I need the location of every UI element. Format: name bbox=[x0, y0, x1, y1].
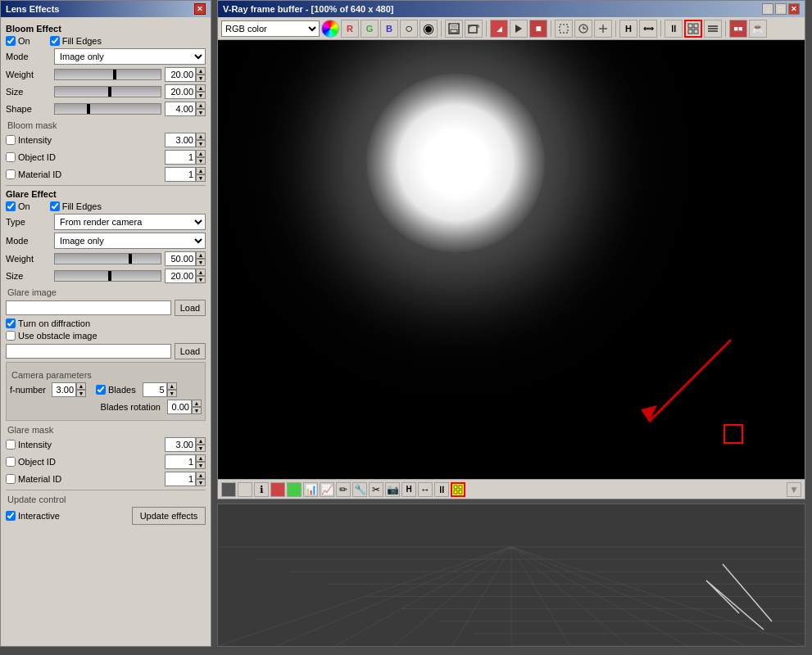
bloom-material-id-up[interactable]: ▲ bbox=[196, 167, 206, 174]
pause-button[interactable]: ⏸ bbox=[665, 20, 683, 38]
turn-on-diffraction-checkbox[interactable] bbox=[6, 318, 16, 328]
glare-size-slider[interactable] bbox=[54, 270, 161, 282]
color-correct-button[interactable]: ◢ bbox=[490, 20, 508, 38]
close-button[interactable]: ✕ bbox=[194, 3, 206, 15]
fnumber-input[interactable] bbox=[52, 382, 76, 397]
status-btn-12[interactable]: H bbox=[401, 482, 416, 497]
bloom-material-id-input[interactable] bbox=[165, 167, 196, 182]
stop-render-button[interactable]: ■■ bbox=[729, 20, 747, 38]
bloom-material-id-checkbox[interactable] bbox=[6, 169, 16, 179]
obstacle-load-button[interactable]: Load bbox=[175, 343, 206, 359]
blades-down[interactable]: ▼ bbox=[167, 390, 177, 397]
pan-button[interactable] bbox=[594, 20, 612, 38]
status-btn-11[interactable]: 📷 bbox=[385, 482, 400, 497]
glare-object-id-spin-up[interactable]: ▲ bbox=[196, 454, 206, 462]
blades-rotation-down[interactable]: ▼ bbox=[192, 407, 202, 414]
close-window-button[interactable]: ✕ bbox=[788, 3, 800, 15]
status-btn-1[interactable] bbox=[221, 482, 236, 497]
r-channel-button[interactable]: R bbox=[341, 20, 359, 38]
status-btn-8[interactable]: ✏ bbox=[336, 482, 351, 497]
highlighted-toolbar-button[interactable] bbox=[684, 20, 702, 38]
bloom-size-down[interactable]: ▼ bbox=[196, 92, 206, 99]
update-effects-button[interactable]: Update effects bbox=[132, 507, 206, 525]
status-highlighted-button[interactable] bbox=[451, 482, 465, 497]
status-btn-4[interactable] bbox=[270, 482, 285, 497]
turn-on-diffraction-label[interactable]: Turn on diffraction bbox=[6, 318, 90, 328]
sphere-button[interactable]: ○ bbox=[400, 20, 418, 38]
bloom-weight-slider[interactable] bbox=[54, 69, 161, 80]
interactive-label[interactable]: Interactive bbox=[6, 511, 60, 521]
bloom-intensity-down[interactable]: ▼ bbox=[196, 140, 206, 147]
layers-button[interactable] bbox=[704, 20, 722, 38]
bloom-size-slider[interactable] bbox=[54, 86, 161, 97]
status-btn-7[interactable]: 📈 bbox=[320, 482, 334, 497]
status-btn-3[interactable]: ℹ bbox=[254, 482, 269, 497]
blades-checkbox[interactable] bbox=[96, 385, 106, 395]
bloom-mode-select[interactable]: Image only Render only Image and Render bbox=[54, 48, 206, 65]
glare-material-id-spin-down[interactable]: ▼ bbox=[196, 479, 206, 486]
save-button[interactable] bbox=[445, 20, 463, 38]
g-channel-button[interactable]: G bbox=[361, 20, 379, 38]
status-btn-2[interactable] bbox=[238, 482, 252, 497]
status-btn-5[interactable] bbox=[287, 482, 302, 497]
circle-button[interactable]: ◉ bbox=[420, 20, 438, 38]
status-btn-10[interactable]: ✂ bbox=[369, 482, 383, 497]
glare-material-id-checkbox[interactable] bbox=[6, 474, 16, 484]
glare-fill-edges-checkbox[interactable] bbox=[50, 201, 60, 211]
bloom-size-up[interactable]: ▲ bbox=[196, 84, 206, 92]
fnumber-down[interactable]: ▼ bbox=[76, 390, 86, 397]
status-btn-14[interactable]: ⏸ bbox=[434, 482, 449, 497]
color-picker-button[interactable] bbox=[321, 20, 339, 38]
glare-weight-input[interactable] bbox=[165, 251, 196, 266]
bloom-fill-edges-label[interactable]: Fill Edges bbox=[50, 36, 102, 46]
bloom-intensity-up[interactable]: ▲ bbox=[196, 133, 206, 140]
blades-up[interactable]: ▲ bbox=[167, 382, 177, 390]
bloom-object-id-down[interactable]: ▼ bbox=[196, 157, 206, 165]
b-channel-button[interactable]: B bbox=[380, 20, 398, 38]
bloom-material-id-down[interactable]: ▼ bbox=[196, 174, 206, 182]
glare-weight-down[interactable]: ▼ bbox=[196, 259, 206, 266]
bloom-on-checkbox[interactable] bbox=[6, 36, 16, 46]
blades-label[interactable]: Blades bbox=[96, 385, 136, 395]
glare-weight-up[interactable]: ▲ bbox=[196, 251, 206, 259]
bloom-weight-down[interactable]: ▼ bbox=[196, 75, 206, 82]
glare-fill-edges-label[interactable]: Fill Edges bbox=[50, 201, 102, 211]
render-button[interactable] bbox=[510, 20, 528, 38]
bloom-object-id-input[interactable] bbox=[165, 150, 196, 165]
glare-intensity-label[interactable]: Intensity bbox=[6, 440, 79, 449]
bloom-shape-input[interactable] bbox=[165, 102, 196, 116]
glare-intensity-input[interactable] bbox=[165, 437, 196, 452]
glare-size-input[interactable] bbox=[165, 269, 196, 283]
glare-material-id-label[interactable]: Material ID bbox=[6, 474, 79, 484]
tea-button[interactable]: ☕ bbox=[749, 20, 767, 38]
bloom-intensity-label[interactable]: Intensity bbox=[6, 135, 79, 145]
bloom-intensity-input[interactable] bbox=[165, 133, 196, 147]
glare-material-id-input[interactable] bbox=[165, 472, 196, 486]
status-btn-6[interactable]: 📊 bbox=[303, 482, 318, 497]
status-btn-9[interactable]: 🔧 bbox=[352, 482, 367, 497]
glare-object-id-checkbox[interactable] bbox=[6, 457, 16, 467]
use-obstacle-image-label[interactable]: Use obstacle image bbox=[6, 331, 98, 341]
glare-object-id-input[interactable] bbox=[165, 454, 196, 469]
statusbar-arrow[interactable]: ▼ bbox=[787, 482, 801, 497]
glare-size-up[interactable]: ▲ bbox=[196, 269, 206, 276]
h-button[interactable]: H bbox=[619, 20, 637, 38]
open-button[interactable] bbox=[465, 20, 483, 38]
glare-load-button[interactable]: Load bbox=[175, 300, 206, 316]
bloom-intensity-checkbox[interactable] bbox=[6, 135, 16, 145]
glare-material-id-spin-up[interactable]: ▲ bbox=[196, 472, 206, 479]
blades-rotation-input[interactable] bbox=[167, 400, 192, 414]
bloom-shape-slider[interactable] bbox=[54, 103, 161, 115]
bloom-object-id-up[interactable]: ▲ bbox=[196, 150, 206, 157]
use-obstacle-image-checkbox[interactable] bbox=[6, 331, 16, 341]
fnumber-up[interactable]: ▲ bbox=[76, 382, 86, 390]
bloom-shape-down[interactable]: ▼ bbox=[196, 109, 206, 116]
bloom-weight-up[interactable]: ▲ bbox=[196, 67, 206, 75]
bloom-object-id-checkbox[interactable] bbox=[6, 152, 16, 162]
glare-type-select[interactable]: From render camera Custom bbox=[54, 214, 206, 230]
bloom-on-label[interactable]: On bbox=[6, 36, 30, 46]
history-button[interactable] bbox=[574, 20, 592, 38]
bloom-size-input[interactable] bbox=[165, 84, 196, 99]
hd-button[interactable]: ⟺ bbox=[639, 20, 657, 38]
stop-button[interactable]: ■ bbox=[529, 20, 547, 38]
